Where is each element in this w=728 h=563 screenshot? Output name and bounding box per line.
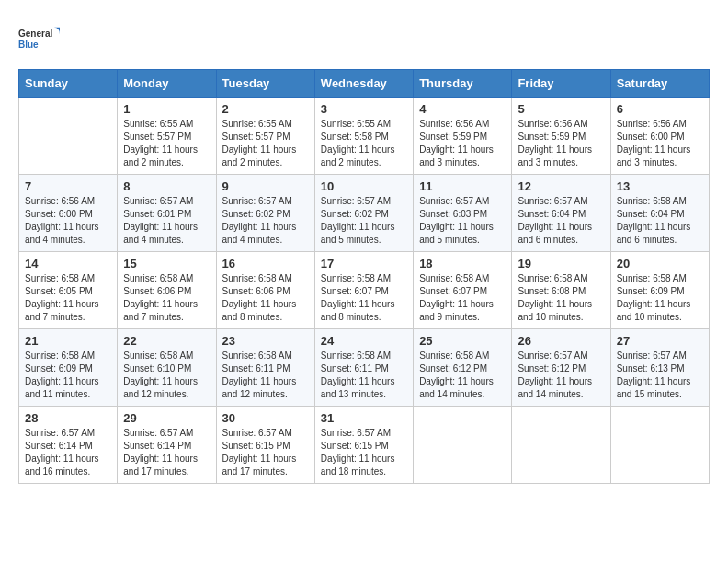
day-number: 1 bbox=[123, 102, 210, 116]
calendar-week-row: 7Sunrise: 6:56 AMSunset: 6:00 PMDaylight… bbox=[19, 175, 710, 252]
calendar-cell: 21Sunrise: 6:58 AMSunset: 6:09 PMDayligh… bbox=[19, 329, 118, 407]
svg-text:General: General bbox=[18, 29, 52, 39]
day-info: Sunrise: 6:57 AMSunset: 6:14 PMDaylight:… bbox=[25, 427, 111, 478]
day-number: 20 bbox=[617, 257, 703, 270]
day-info: Sunrise: 6:57 AMSunset: 6:02 PMDaylight:… bbox=[321, 195, 407, 247]
calendar-cell: 11Sunrise: 6:57 AMSunset: 6:03 PMDayligh… bbox=[414, 175, 512, 252]
day-number: 8 bbox=[123, 179, 210, 193]
day-info: Sunrise: 6:58 AMSunset: 6:11 PMDaylight:… bbox=[321, 350, 407, 401]
calendar-week-row: 14Sunrise: 6:58 AMSunset: 6:05 PMDayligh… bbox=[19, 252, 710, 329]
day-number: 18 bbox=[419, 257, 506, 270]
calendar-cell: 10Sunrise: 6:57 AMSunset: 6:02 PMDayligh… bbox=[314, 175, 413, 252]
day-info: Sunrise: 6:56 AMSunset: 5:59 PMDaylight:… bbox=[518, 118, 604, 169]
day-info: Sunrise: 6:57 AMSunset: 6:15 PMDaylight:… bbox=[321, 427, 407, 478]
calendar-cell: 14Sunrise: 6:58 AMSunset: 6:05 PMDayligh… bbox=[19, 252, 118, 329]
calendar-cell: 22Sunrise: 6:58 AMSunset: 6:10 PMDayligh… bbox=[118, 329, 216, 407]
day-info: Sunrise: 6:58 AMSunset: 6:12 PMDaylight:… bbox=[419, 350, 506, 401]
day-number: 14 bbox=[25, 257, 111, 270]
day-info: Sunrise: 6:58 AMSunset: 6:05 PMDaylight:… bbox=[25, 272, 111, 324]
day-number: 21 bbox=[25, 334, 111, 348]
day-number: 28 bbox=[25, 411, 111, 425]
calendar-cell: 27Sunrise: 6:57 AMSunset: 6:13 PMDayligh… bbox=[610, 329, 709, 407]
day-number: 16 bbox=[222, 257, 309, 270]
day-info: Sunrise: 6:57 AMSunset: 6:02 PMDaylight:… bbox=[222, 195, 309, 247]
calendar-cell bbox=[610, 407, 709, 484]
day-info: Sunrise: 6:58 AMSunset: 6:07 PMDaylight:… bbox=[321, 272, 407, 324]
page-header: General Blue bbox=[18, 18, 710, 60]
day-number: 9 bbox=[222, 179, 309, 193]
calendar-cell: 18Sunrise: 6:58 AMSunset: 6:07 PMDayligh… bbox=[414, 252, 512, 329]
day-number: 17 bbox=[321, 257, 407, 270]
weekday-header-thursday: Thursday bbox=[414, 70, 512, 98]
calendar-cell: 12Sunrise: 6:57 AMSunset: 6:04 PMDayligh… bbox=[512, 175, 610, 252]
day-number: 12 bbox=[518, 179, 604, 193]
calendar-cell bbox=[19, 98, 118, 175]
day-number: 6 bbox=[617, 102, 703, 116]
calendar-week-row: 21Sunrise: 6:58 AMSunset: 6:09 PMDayligh… bbox=[19, 329, 710, 407]
weekday-header-friday: Friday bbox=[512, 70, 610, 98]
svg-text:Blue: Blue bbox=[18, 40, 39, 50]
calendar-cell: 26Sunrise: 6:57 AMSunset: 6:12 PMDayligh… bbox=[512, 329, 610, 407]
day-number: 3 bbox=[321, 102, 407, 116]
day-number: 23 bbox=[222, 334, 309, 348]
calendar-cell: 28Sunrise: 6:57 AMSunset: 6:14 PMDayligh… bbox=[19, 407, 118, 484]
calendar-table: SundayMondayTuesdayWednesdayThursdayFrid… bbox=[18, 69, 710, 484]
day-info: Sunrise: 6:57 AMSunset: 6:04 PMDaylight:… bbox=[518, 195, 604, 247]
day-number: 10 bbox=[321, 179, 407, 193]
day-info: Sunrise: 6:56 AMSunset: 6:00 PMDaylight:… bbox=[25, 195, 111, 247]
day-info: Sunrise: 6:55 AMSunset: 5:58 PMDaylight:… bbox=[321, 118, 407, 169]
day-number: 7 bbox=[25, 179, 111, 193]
calendar-cell: 24Sunrise: 6:58 AMSunset: 6:11 PMDayligh… bbox=[314, 329, 413, 407]
calendar-cell: 13Sunrise: 6:58 AMSunset: 6:04 PMDayligh… bbox=[610, 175, 709, 252]
calendar-week-row: 1Sunrise: 6:55 AMSunset: 5:57 PMDaylight… bbox=[19, 98, 710, 175]
calendar-cell: 3Sunrise: 6:55 AMSunset: 5:58 PMDaylight… bbox=[314, 98, 413, 175]
weekday-header-tuesday: Tuesday bbox=[216, 70, 314, 98]
weekday-header-saturday: Saturday bbox=[610, 70, 709, 98]
weekday-header-sunday: Sunday bbox=[19, 70, 118, 98]
day-number: 27 bbox=[617, 334, 703, 348]
calendar-cell: 17Sunrise: 6:58 AMSunset: 6:07 PMDayligh… bbox=[314, 252, 413, 329]
day-number: 30 bbox=[222, 411, 309, 425]
day-info: Sunrise: 6:57 AMSunset: 6:15 PMDaylight:… bbox=[222, 427, 309, 478]
day-info: Sunrise: 6:56 AMSunset: 6:00 PMDaylight:… bbox=[617, 118, 703, 169]
calendar-cell: 5Sunrise: 6:56 AMSunset: 5:59 PMDaylight… bbox=[512, 98, 610, 175]
logo: General Blue bbox=[18, 18, 64, 60]
day-info: Sunrise: 6:55 AMSunset: 5:57 PMDaylight:… bbox=[123, 118, 210, 169]
day-number: 31 bbox=[321, 411, 407, 425]
day-number: 15 bbox=[123, 257, 210, 270]
calendar-cell: 31Sunrise: 6:57 AMSunset: 6:15 PMDayligh… bbox=[314, 407, 413, 484]
day-info: Sunrise: 6:58 AMSunset: 6:07 PMDaylight:… bbox=[419, 272, 506, 324]
day-info: Sunrise: 6:56 AMSunset: 5:59 PMDaylight:… bbox=[419, 118, 506, 169]
day-number: 29 bbox=[123, 411, 210, 425]
calendar-cell: 9Sunrise: 6:57 AMSunset: 6:02 PMDaylight… bbox=[216, 175, 314, 252]
calendar-cell: 15Sunrise: 6:58 AMSunset: 6:06 PMDayligh… bbox=[118, 252, 216, 329]
day-number: 26 bbox=[518, 334, 604, 348]
calendar-cell: 6Sunrise: 6:56 AMSunset: 6:00 PMDaylight… bbox=[610, 98, 709, 175]
day-number: 11 bbox=[419, 179, 506, 193]
logo-svg: General Blue bbox=[18, 18, 64, 60]
day-info: Sunrise: 6:57 AMSunset: 6:01 PMDaylight:… bbox=[123, 195, 210, 247]
calendar-cell: 20Sunrise: 6:58 AMSunset: 6:09 PMDayligh… bbox=[610, 252, 709, 329]
day-number: 19 bbox=[518, 257, 604, 270]
calendar-cell: 29Sunrise: 6:57 AMSunset: 6:14 PMDayligh… bbox=[118, 407, 216, 484]
day-number: 13 bbox=[617, 179, 703, 193]
calendar-cell: 1Sunrise: 6:55 AMSunset: 5:57 PMDaylight… bbox=[118, 98, 216, 175]
day-info: Sunrise: 6:58 AMSunset: 6:09 PMDaylight:… bbox=[25, 350, 111, 401]
weekday-header-wednesday: Wednesday bbox=[314, 70, 413, 98]
weekday-header-row: SundayMondayTuesdayWednesdayThursdayFrid… bbox=[19, 70, 710, 98]
day-number: 4 bbox=[419, 102, 506, 116]
day-info: Sunrise: 6:58 AMSunset: 6:04 PMDaylight:… bbox=[617, 195, 703, 247]
day-info: Sunrise: 6:57 AMSunset: 6:14 PMDaylight:… bbox=[123, 427, 210, 478]
calendar-cell: 2Sunrise: 6:55 AMSunset: 5:57 PMDaylight… bbox=[216, 98, 314, 175]
calendar-week-row: 28Sunrise: 6:57 AMSunset: 6:14 PMDayligh… bbox=[19, 407, 710, 484]
day-number: 5 bbox=[518, 102, 604, 116]
calendar-cell bbox=[414, 407, 512, 484]
day-info: Sunrise: 6:58 AMSunset: 6:11 PMDaylight:… bbox=[222, 350, 309, 401]
day-info: Sunrise: 6:57 AMSunset: 6:13 PMDaylight:… bbox=[617, 350, 703, 401]
day-info: Sunrise: 6:58 AMSunset: 6:08 PMDaylight:… bbox=[518, 272, 604, 324]
day-number: 2 bbox=[222, 102, 309, 116]
day-number: 22 bbox=[123, 334, 210, 348]
calendar-cell bbox=[512, 407, 610, 484]
day-number: 25 bbox=[419, 334, 506, 348]
day-info: Sunrise: 6:58 AMSunset: 6:06 PMDaylight:… bbox=[222, 272, 309, 324]
